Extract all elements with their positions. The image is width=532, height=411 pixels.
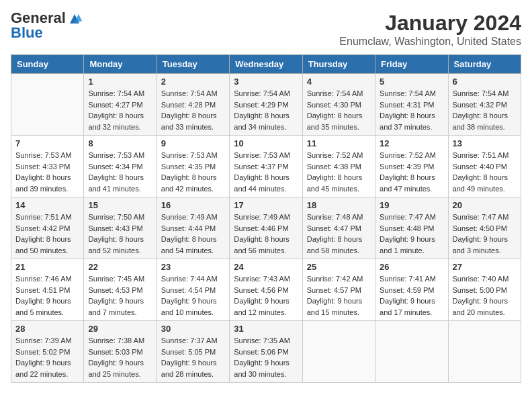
day-number: 5: [380, 77, 443, 87]
page-title: January 2024: [339, 11, 521, 36]
day-info: Sunrise: 7:51 AMSunset: 4:40 PMDaylight:…: [453, 150, 517, 194]
calendar-cell: 26Sunrise: 7:41 AMSunset: 4:59 PMDayligh…: [375, 259, 448, 321]
day-info: Sunrise: 7:46 AMSunset: 4:51 PMDaylight:…: [15, 273, 79, 318]
calendar-cell: 9Sunrise: 7:53 AMSunset: 4:35 PMDaylight…: [157, 136, 229, 197]
calendar-cell: 18Sunrise: 7:48 AMSunset: 4:47 PMDayligh…: [302, 197, 375, 259]
calendar-header-tuesday: Tuesday: [157, 55, 229, 74]
day-info: Sunrise: 7:53 AMSunset: 4:37 PMDaylight:…: [234, 150, 298, 194]
calendar-cell: 25Sunrise: 7:42 AMSunset: 4:57 PMDayligh…: [302, 259, 375, 321]
day-number: 24: [234, 262, 298, 272]
calendar-cell: 22Sunrise: 7:45 AMSunset: 4:53 PMDayligh…: [84, 259, 157, 321]
calendar-cell: 11Sunrise: 7:52 AMSunset: 4:38 PMDayligh…: [302, 136, 375, 197]
day-number: 30: [161, 324, 225, 334]
calendar-cell: 29Sunrise: 7:38 AMSunset: 5:03 PMDayligh…: [84, 321, 157, 383]
day-info: Sunrise: 7:42 AMSunset: 4:57 PMDaylight:…: [307, 273, 371, 318]
day-number: 10: [234, 138, 298, 148]
calendar-cell: [375, 321, 448, 383]
day-info: Sunrise: 7:49 AMSunset: 4:46 PMDaylight:…: [234, 212, 298, 256]
calendar-cell: 19Sunrise: 7:47 AMSunset: 4:48 PMDayligh…: [375, 197, 448, 259]
day-info: Sunrise: 7:45 AMSunset: 4:53 PMDaylight:…: [88, 273, 152, 318]
day-number: 17: [234, 200, 298, 210]
day-number: 14: [15, 200, 79, 210]
calendar-header-row: SundayMondayTuesdayWednesdayThursdayFrid…: [11, 55, 521, 74]
day-number: 28: [15, 324, 79, 334]
day-info: Sunrise: 7:47 AMSunset: 4:50 PMDaylight:…: [453, 212, 517, 256]
day-number: 19: [380, 200, 443, 210]
calendar-week-row: 1Sunrise: 7:54 AMSunset: 4:27 PMDaylight…: [11, 74, 521, 136]
calendar-header-monday: Monday: [84, 55, 157, 74]
day-info: Sunrise: 7:53 AMSunset: 4:34 PMDaylight:…: [88, 150, 152, 194]
day-info: Sunrise: 7:35 AMSunset: 5:06 PMDaylight:…: [234, 335, 298, 379]
day-number: 22: [88, 262, 152, 272]
calendar-week-row: 7Sunrise: 7:53 AMSunset: 4:33 PMDaylight…: [11, 136, 521, 197]
day-info: Sunrise: 7:37 AMSunset: 5:05 PMDaylight:…: [161, 335, 225, 379]
day-number: 13: [453, 138, 517, 148]
day-info: Sunrise: 7:49 AMSunset: 4:44 PMDaylight:…: [161, 212, 225, 256]
day-info: Sunrise: 7:52 AMSunset: 4:39 PMDaylight:…: [380, 150, 443, 194]
day-number: 16: [161, 200, 225, 210]
day-number: 27: [453, 262, 517, 272]
calendar-header-friday: Friday: [375, 55, 448, 74]
day-info: Sunrise: 7:38 AMSunset: 5:03 PMDaylight:…: [88, 335, 152, 379]
calendar-cell: 5Sunrise: 7:54 AMSunset: 4:31 PMDaylight…: [375, 74, 448, 136]
calendar-cell: 7Sunrise: 7:53 AMSunset: 4:33 PMDaylight…: [11, 136, 84, 197]
calendar-cell: 27Sunrise: 7:40 AMSunset: 5:00 PMDayligh…: [448, 259, 521, 321]
logo-blue-text: Blue: [11, 26, 43, 40]
day-number: 2: [161, 77, 225, 87]
calendar-cell: [11, 74, 84, 136]
day-info: Sunrise: 7:53 AMSunset: 4:35 PMDaylight:…: [161, 150, 225, 194]
logo-general-text: General: [11, 11, 66, 26]
calendar-cell: 10Sunrise: 7:53 AMSunset: 4:37 PMDayligh…: [230, 136, 302, 197]
calendar-cell: [302, 321, 375, 383]
calendar-cell: 14Sunrise: 7:51 AMSunset: 4:42 PMDayligh…: [11, 197, 84, 259]
day-info: Sunrise: 7:54 AMSunset: 4:28 PMDaylight:…: [161, 88, 225, 132]
calendar-cell: 1Sunrise: 7:54 AMSunset: 4:27 PMDaylight…: [84, 74, 157, 136]
calendar-cell: 30Sunrise: 7:37 AMSunset: 5:05 PMDayligh…: [157, 321, 229, 383]
title-block: January 2024 Enumclaw, Washington, Unite…: [339, 11, 521, 48]
day-info: Sunrise: 7:39 AMSunset: 5:02 PMDaylight:…: [15, 335, 79, 379]
day-number: 11: [307, 138, 371, 148]
calendar-cell: 21Sunrise: 7:46 AMSunset: 4:51 PMDayligh…: [11, 259, 84, 321]
calendar-cell: 4Sunrise: 7:54 AMSunset: 4:30 PMDaylight…: [302, 74, 375, 136]
calendar-table: SundayMondayTuesdayWednesdayThursdayFrid…: [11, 54, 521, 383]
day-info: Sunrise: 7:54 AMSunset: 4:32 PMDaylight:…: [453, 88, 517, 132]
day-number: 29: [88, 324, 152, 334]
day-number: 15: [88, 200, 152, 210]
day-info: Sunrise: 7:47 AMSunset: 4:48 PMDaylight:…: [380, 212, 443, 256]
day-info: Sunrise: 7:41 AMSunset: 4:59 PMDaylight:…: [380, 273, 443, 318]
day-info: Sunrise: 7:54 AMSunset: 4:27 PMDaylight:…: [88, 88, 152, 132]
day-info: Sunrise: 7:50 AMSunset: 4:43 PMDaylight:…: [88, 212, 152, 256]
logo: General Blue: [11, 11, 82, 40]
calendar-cell: 8Sunrise: 7:53 AMSunset: 4:34 PMDaylight…: [84, 136, 157, 197]
calendar-week-row: 21Sunrise: 7:46 AMSunset: 4:51 PMDayligh…: [11, 259, 521, 321]
day-info: Sunrise: 7:43 AMSunset: 4:56 PMDaylight:…: [234, 273, 298, 318]
calendar-header-thursday: Thursday: [302, 55, 375, 74]
calendar-cell: 20Sunrise: 7:47 AMSunset: 4:50 PMDayligh…: [448, 197, 521, 259]
day-number: 8: [88, 138, 152, 148]
calendar-cell: 2Sunrise: 7:54 AMSunset: 4:28 PMDaylight…: [157, 74, 229, 136]
calendar-header-wednesday: Wednesday: [230, 55, 302, 74]
calendar-week-row: 28Sunrise: 7:39 AMSunset: 5:02 PMDayligh…: [11, 321, 521, 383]
calendar-header-saturday: Saturday: [448, 55, 521, 74]
day-info: Sunrise: 7:53 AMSunset: 4:33 PMDaylight:…: [15, 150, 79, 194]
day-number: 20: [453, 200, 517, 210]
calendar-cell: [448, 321, 521, 383]
day-number: 3: [234, 77, 298, 87]
day-number: 4: [307, 77, 371, 87]
day-number: 6: [453, 77, 517, 87]
page-header: General Blue January 2024 Enumclaw, Wash…: [11, 11, 521, 48]
calendar-header-sunday: Sunday: [11, 55, 84, 74]
day-info: Sunrise: 7:54 AMSunset: 4:31 PMDaylight:…: [380, 88, 443, 132]
calendar-cell: 31Sunrise: 7:35 AMSunset: 5:06 PMDayligh…: [230, 321, 302, 383]
day-number: 9: [161, 138, 225, 148]
day-info: Sunrise: 7:54 AMSunset: 4:29 PMDaylight:…: [234, 88, 298, 132]
day-info: Sunrise: 7:52 AMSunset: 4:38 PMDaylight:…: [307, 150, 371, 194]
calendar-cell: 23Sunrise: 7:44 AMSunset: 4:54 PMDayligh…: [157, 259, 229, 321]
calendar-cell: 17Sunrise: 7:49 AMSunset: 4:46 PMDayligh…: [230, 197, 302, 259]
day-number: 7: [15, 138, 79, 148]
logo-icon: [67, 11, 82, 25]
calendar-week-row: 14Sunrise: 7:51 AMSunset: 4:42 PMDayligh…: [11, 197, 521, 259]
calendar-cell: 13Sunrise: 7:51 AMSunset: 4:40 PMDayligh…: [448, 136, 521, 197]
day-info: Sunrise: 7:44 AMSunset: 4:54 PMDaylight:…: [161, 273, 225, 318]
calendar-cell: 15Sunrise: 7:50 AMSunset: 4:43 PMDayligh…: [84, 197, 157, 259]
